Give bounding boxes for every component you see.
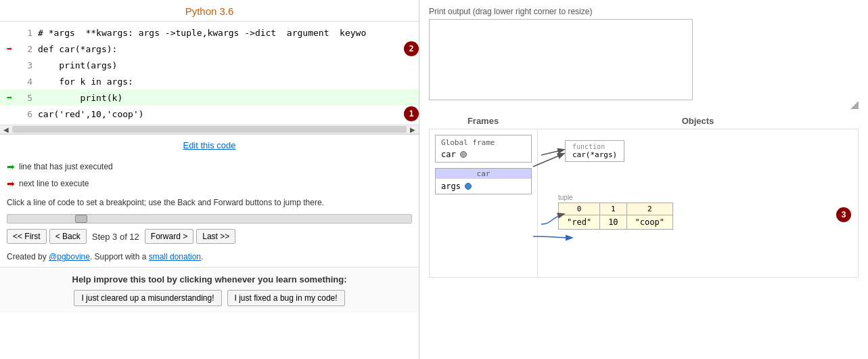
tuple-val-0: "red" <box>559 215 600 230</box>
line-2-num: 2 <box>19 44 38 54</box>
tuple-header-2: 2 <box>626 203 672 215</box>
car-args-var: args <box>441 182 461 191</box>
visualization-area: Global frame car car args function car <box>429 129 859 278</box>
credits: Created by @pgbovine. Support with a sma… <box>0 249 419 267</box>
badge-2: 2 <box>404 41 419 56</box>
code-line-6[interactable]: 6 car('red',10,'coop') 1 <box>0 106 419 122</box>
svg-line-1 <box>541 150 564 155</box>
first-button[interactable]: << First <box>7 229 47 244</box>
green-arrow-icon: ➡ <box>7 159 15 175</box>
badge-3-container: 3 <box>832 207 851 222</box>
credits-text-after: . <box>201 252 203 261</box>
line-5-num: 5 <box>19 93 38 103</box>
tuple-container: tuple 0 1 2 "red" 10 "coop" <box>558 194 673 230</box>
back-button[interactable]: < Back <box>49 229 87 244</box>
line-2-code: def car(*args): <box>38 44 400 54</box>
line-6-code: car('red',10,'coop') <box>38 109 400 119</box>
line-6-num: 6 <box>19 109 38 119</box>
line-4-code: for k in args: <box>38 77 419 87</box>
code-area: 1 # *args **kwargs: args ->tuple,kwargs … <box>0 21 419 135</box>
edit-code-link[interactable]: Edit this code <box>183 140 235 150</box>
step-slider-thumb[interactable] <box>75 215 87 223</box>
code-lines: 1 # *args **kwargs: args ->tuple,kwargs … <box>0 22 419 125</box>
nav-buttons: << First < Back Step 3 of 12 Forward > L… <box>0 229 419 249</box>
scroll-right-btn[interactable]: ▶ <box>408 126 417 133</box>
car-args-dot <box>465 183 472 190</box>
output-label: Print output (drag lower right corner to… <box>429 7 859 16</box>
line-2-arrow: ➡ <box>0 43 19 54</box>
tuple-val-2: "coop" <box>626 215 672 230</box>
frames-column: Global frame car car args <box>430 129 538 277</box>
global-frame-box: Global frame car <box>435 135 532 163</box>
pgbovine-link[interactable]: @pgbovine <box>49 252 90 261</box>
scroll-left-btn[interactable]: ◀ <box>1 126 11 133</box>
legend-green-label: line that has just executed <box>19 160 113 175</box>
objects-column: function car(*args) tuple 0 1 2 "red" 10… <box>538 129 858 277</box>
help-buttons: I just cleared up a misunderstanding! I … <box>7 290 412 306</box>
scroll-controls: ◀ ▶ <box>0 126 419 133</box>
global-car-dot <box>460 151 467 158</box>
code-line-1[interactable]: 1 # *args **kwargs: args ->tuple,kwargs … <box>0 24 419 41</box>
help-title: Help improve this tool by clicking whene… <box>7 274 412 284</box>
tuple-header-0: 0 <box>559 203 600 215</box>
line-3-num: 3 <box>19 60 38 70</box>
step-label: Step 3 of 12 <box>89 232 142 242</box>
line-1-code: # *args **kwargs: args ->tuple,kwargs ->… <box>38 28 419 38</box>
red-arrow-icon: ➡ <box>7 175 15 192</box>
code-scrollbar[interactable]: ◀ ▶ <box>0 125 419 134</box>
line-5-code: print(k) <box>38 93 419 103</box>
right-panel: Print output (drag lower right corner to… <box>419 0 868 359</box>
line-4-num: 4 <box>19 77 38 87</box>
legend-red-label: next line to execute <box>19 177 89 192</box>
code-line-5[interactable]: ➡ 5 print(k) <box>0 89 419 106</box>
line-3-code: print(args) <box>38 60 419 70</box>
step-slider-track[interactable] <box>7 214 412 224</box>
tuple-table: 0 1 2 "red" 10 "coop" <box>558 203 673 230</box>
badge-3: 3 <box>836 207 851 222</box>
legend-red: ➡ next line to execute <box>7 175 412 192</box>
forward-button[interactable]: Forward > <box>145 229 193 244</box>
global-frame-title: Global frame <box>441 138 526 147</box>
credits-text-before: Created by <box>7 252 49 261</box>
output-container <box>429 19 859 109</box>
edit-link-container: Edit this code <box>0 135 419 156</box>
resize-handle[interactable] <box>850 101 859 109</box>
badge-1: 1 <box>404 106 419 121</box>
global-frame-car-row: car <box>441 150 526 159</box>
instruction-text: Click a line of code to set a breakpoint… <box>0 195 419 211</box>
objects-label: Objects <box>537 116 859 126</box>
python-title: Python 3.6 <box>0 0 419 21</box>
bug-button[interactable]: I just fixed a bug in my code! <box>227 290 345 306</box>
code-line-3[interactable]: 3 print(args) <box>0 57 419 73</box>
output-textarea[interactable] <box>429 19 693 100</box>
tuple-val-1: 10 <box>600 215 626 230</box>
tuple-header-1: 1 <box>600 203 626 215</box>
car-frame-title: car <box>436 169 531 179</box>
global-car-var: car <box>441 150 456 159</box>
line-1-num: 1 <box>19 28 38 38</box>
frames-objects-labels: Frames Objects <box>429 116 859 129</box>
car-frame-args-row: args <box>441 182 526 191</box>
function-object-box: function car(*args) <box>565 140 624 162</box>
line-5-arrow: ➡ <box>0 92 19 103</box>
legend-green: ➡ line that has just executed <box>7 159 412 175</box>
frames-label: Frames <box>429 116 537 126</box>
slider-container <box>0 211 419 229</box>
left-panel: Python 3.6 1 # *args **kwargs: args ->tu… <box>0 0 419 359</box>
help-section: Help improve this tool by clicking whene… <box>0 267 419 313</box>
scroll-track[interactable] <box>12 126 407 133</box>
last-button[interactable]: Last >> <box>196 229 235 244</box>
function-type-label: function <box>572 143 617 150</box>
code-line-4[interactable]: 4 for k in args: <box>0 73 419 89</box>
function-name: car(*args) <box>572 150 617 159</box>
tuple-type-label: tuple <box>558 194 673 201</box>
legend-area: ➡ line that has just executed ➡ next lin… <box>0 156 419 195</box>
donation-link[interactable]: small donation <box>149 252 201 261</box>
credits-text-between: . Support with a <box>90 252 149 261</box>
car-frame-box: car args <box>435 168 532 194</box>
code-line-2[interactable]: ➡ 2 def car(*args): 2 <box>0 41 419 57</box>
misunderstanding-button[interactable]: I just cleared up a misunderstanding! <box>74 290 221 306</box>
